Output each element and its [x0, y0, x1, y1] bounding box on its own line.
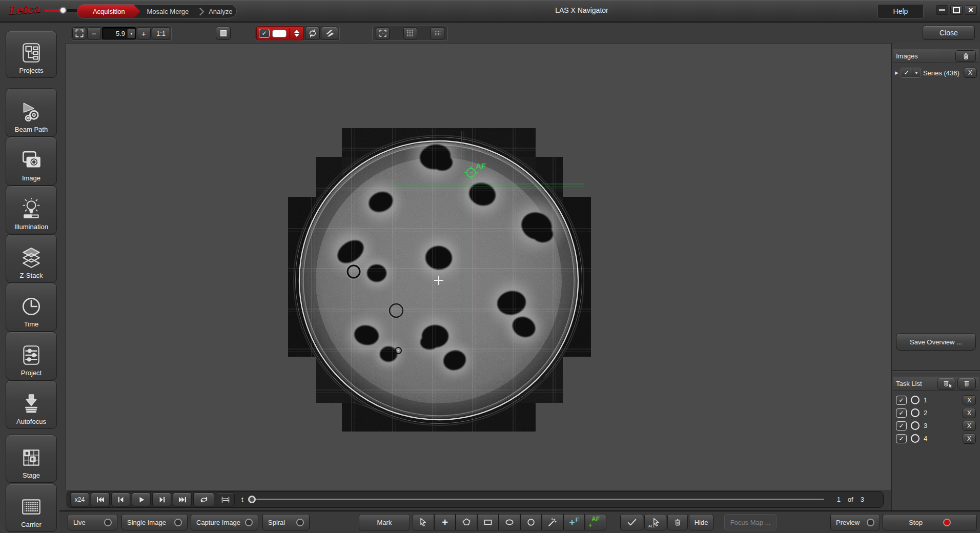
bounce-playback-button[interactable] [216, 493, 235, 506]
task-checkbox[interactable]: ✓ [896, 421, 907, 430]
play-button[interactable] [132, 493, 151, 506]
images-panel-title: Images [896, 52, 953, 60]
sidebar-label: Time [24, 320, 38, 328]
capture-image-indicator [245, 519, 253, 526]
check-icon: ✓ [899, 435, 904, 442]
task-close-button[interactable]: X [963, 395, 976, 405]
minimize-button[interactable] [936, 5, 948, 15]
tab-acquisition[interactable]: Acquisition [77, 5, 140, 18]
sidebar-item-illumination[interactable]: Illumination [6, 186, 57, 234]
task-close-button[interactable]: X [963, 434, 976, 444]
grid-filled-button[interactable] [403, 27, 417, 39]
sidebar-label: Stage [23, 471, 40, 479]
task-list-header: Task List [893, 377, 979, 391]
add-autofocus-tool-button[interactable]: AF + [585, 514, 606, 530]
previous-frame-button[interactable] [111, 493, 130, 506]
task-checkbox[interactable]: ✓ [896, 434, 907, 443]
task-close-button[interactable]: X [963, 421, 976, 431]
help-button[interactable]: Help [877, 4, 924, 18]
series-close-button[interactable]: X [964, 68, 977, 78]
sidebar-item-carrier[interactable]: Carrier [6, 484, 57, 532]
slider-knob[interactable] [59, 7, 67, 14]
task-checkbox[interactable]: ✓ [896, 396, 907, 405]
polygon-tool-button[interactable] [456, 514, 477, 530]
zoom-value-box[interactable]: 5.9 ▼ [102, 27, 136, 39]
projects-icon [19, 41, 43, 65]
delete-marks-button[interactable] [667, 514, 688, 530]
task-checkbox[interactable]: ✓ [896, 408, 907, 418]
rectangle-tool-button[interactable] [477, 514, 499, 530]
sidebar-item-z-stack[interactable]: Z-Stack [6, 234, 57, 283]
delete-selected-tasks-button[interactable] [937, 378, 955, 389]
live-button[interactable]: Live [68, 514, 117, 530]
task-close-button[interactable]: X [963, 408, 976, 418]
sidebar-item-stage[interactable]: Stage [6, 435, 57, 483]
channel-color-swatch[interactable] [272, 30, 287, 37]
timeline-slider-track[interactable] [256, 499, 824, 500]
add-focus-point-tool-button[interactable]: + F [563, 514, 585, 530]
expand-tiles-button[interactable] [376, 27, 390, 39]
hide-button[interactable]: Hide [689, 514, 713, 530]
skip-to-start-button[interactable] [91, 493, 110, 506]
cursor-tool-icon [418, 517, 428, 527]
select-all-button[interactable]: ALL [644, 514, 666, 530]
close-window-button[interactable]: × [965, 5, 977, 15]
loop-playback-button[interactable] [193, 493, 214, 506]
series-checkbox[interactable]: ✓ [901, 68, 912, 77]
maximize-button[interactable] [950, 5, 963, 15]
spiral-button[interactable]: Spiral [262, 514, 310, 530]
sidebar-item-projects[interactable]: Projects [6, 31, 57, 78]
delete-all-tasks-button[interactable] [957, 378, 976, 389]
next-frame-button[interactable] [152, 493, 171, 506]
task-list-title: Task List [896, 380, 935, 387]
series-dropdown-button[interactable]: ▼ [912, 68, 921, 77]
shear-correction-button[interactable] [321, 27, 338, 40]
tab-mosaic-merge[interactable]: Mosaic Merge [140, 5, 195, 18]
channel-updown-button[interactable] [292, 30, 301, 37]
close-navigator-button[interactable]: Close [923, 26, 975, 40]
zoom-in-button[interactable]: + [137, 27, 151, 39]
task-status-circle [911, 408, 920, 417]
select-tool-button[interactable] [413, 514, 434, 530]
mark-button[interactable]: Mark [359, 514, 410, 530]
sidebar-item-project[interactable]: Project [6, 332, 57, 380]
live-indicator [104, 519, 112, 526]
preview-button[interactable]: Preview [830, 514, 880, 530]
apply-all-button[interactable] [620, 514, 643, 530]
channel-checkbox[interactable]: ✓ [259, 29, 270, 38]
capture-image-button[interactable]: Capture Image [191, 514, 258, 530]
mosaic-scene[interactable]: AF [66, 44, 891, 490]
single-image-button[interactable]: Single Image [121, 514, 188, 530]
focus-plus-icon: + [569, 517, 575, 528]
save-overview-button[interactable]: Save Overview ... [896, 333, 976, 351]
sidebar-item-image[interactable]: Image [6, 137, 57, 186]
sidebar-item-time[interactable]: Time [6, 283, 57, 332]
playback-speed-button[interactable]: x24 [70, 493, 89, 506]
timeline-slider-knob[interactable] [248, 496, 256, 503]
stage-overview-canvas[interactable]: AF [66, 43, 891, 490]
skip-to-end-button[interactable] [173, 493, 192, 506]
overview-rect-button[interactable] [216, 27, 231, 40]
series-row: ▶ ✓ ▼ Series (436) X [893, 67, 979, 79]
stop-button[interactable]: Stop [883, 514, 977, 530]
circle-tool-button[interactable] [520, 514, 542, 530]
frame-of-label: of [848, 496, 853, 503]
ellipse-tool-button[interactable] [499, 514, 520, 530]
af-marker-label: AF [476, 161, 486, 170]
tab-analyze[interactable]: Analyze [205, 5, 236, 18]
one-to-one-button[interactable]: 1:1 [152, 27, 170, 39]
leica-logo: Leica [8, 2, 40, 17]
expand-series-icon[interactable]: ▶ [895, 70, 899, 75]
add-point-tool-button[interactable]: + [434, 514, 456, 530]
sidebar-item-autofocus[interactable]: Autofocus [6, 380, 57, 429]
delete-all-images-button[interactable] [955, 50, 976, 62]
magic-wand-tool-button[interactable] [542, 514, 563, 530]
refresh-button[interactable] [305, 27, 320, 40]
zoom-dropdown-button[interactable]: ▼ [127, 29, 135, 38]
sidebar-item-beam-path[interactable]: Beam Path [6, 88, 57, 137]
zoom-out-button[interactable]: − [87, 27, 101, 39]
right-panel: Images ▶ ✓ ▼ Series (436) X Save Overvie… [891, 43, 980, 510]
task-status-circle [911, 421, 920, 430]
grid-dotted-button[interactable] [431, 27, 444, 39]
fit-view-button[interactable] [72, 27, 86, 39]
